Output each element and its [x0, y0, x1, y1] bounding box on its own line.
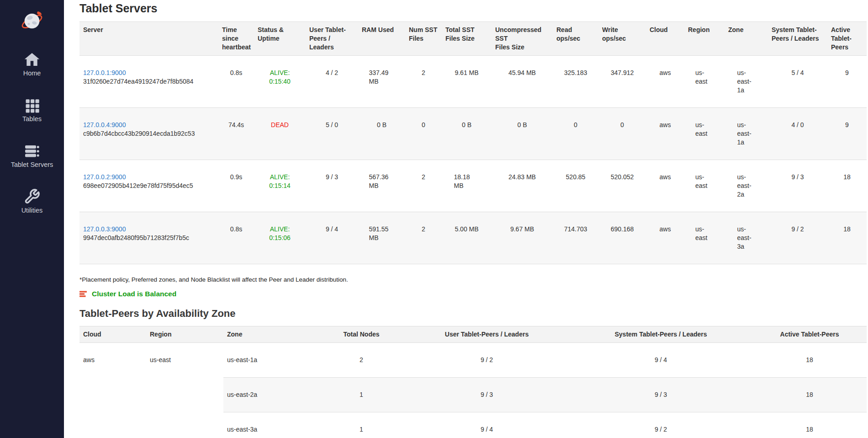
col-header-system-peers: System Tablet-Peers / Leaders [768, 22, 827, 56]
col-header-user-peers: User Tablet-Peers / Leaders [404, 326, 569, 343]
system-peers-cell: 5 / 4 [768, 56, 827, 108]
server-uuid: 9947dec0afb2480f95b71283f25f7b5c [83, 234, 215, 242]
sidebar-item-tables[interactable]: Tables [0, 97, 64, 123]
sidebar-item-tablet-servers[interactable]: Tablet Servers [0, 143, 64, 169]
region-value: us-east [695, 121, 714, 138]
col-header-active-peers: Active Tablet-Peers [752, 326, 867, 343]
sidebar-item-utilities[interactable]: Utilities [0, 188, 64, 214]
system-peers-cell: 9 / 3 [569, 378, 752, 412]
total-sst-cell: 0 B [442, 108, 492, 160]
col-header-cloud: Cloud [646, 22, 684, 56]
region-cell: us-east [684, 56, 725, 108]
server-address-link[interactable]: 127.0.0.4:9000 [83, 121, 126, 129]
uncompressed-sst-cell: 0 B [492, 108, 553, 160]
write-ops-cell: 690.168 [598, 212, 646, 264]
az-peers-table: Cloud Region Zone Total Nodes User Table… [79, 326, 867, 438]
read-ops-cell: 714.703 [553, 212, 598, 264]
server-address-link[interactable]: 127.0.0.2:9000 [83, 173, 126, 182]
server-address-link[interactable]: 127.0.0.3:9000 [83, 225, 126, 234]
load-balancer-icon [79, 291, 88, 297]
system-peers-cell: 9 / 2 [768, 212, 827, 264]
num-sst-cell: 0 [405, 108, 442, 160]
app-logo-icon[interactable] [19, 8, 45, 34]
total-sst-cell: 18.18 MB [442, 160, 492, 212]
col-header-zone: Zone [223, 326, 318, 343]
server-uuid: 31f0260e27d74ea4919247de7f8b5084 [83, 77, 215, 86]
cloud-cell: aws [646, 212, 684, 264]
ram-value: 0 B [377, 121, 386, 129]
sidebar-nav: Home Tables Tablet Servers [0, 51, 64, 234]
sidebar: Home Tables Tablet Servers [0, 0, 64, 438]
total-sst-value: 18.18 MB [454, 173, 480, 190]
uptime-text: 0:15:40 [258, 77, 302, 86]
total-sst-value: 9.61 MB [455, 69, 478, 77]
uncompressed-sst-cell: 45.94 MB [492, 56, 553, 108]
status-text: DEAD [258, 121, 302, 129]
system-peers-cell: 9 / 3 [768, 160, 827, 212]
status-text: ALIVE: [258, 173, 302, 182]
status-text: ALIVE: [258, 69, 302, 77]
num-sst-cell: 2 [405, 212, 442, 264]
sidebar-item-label: Home [23, 69, 41, 77]
total-sst-cell: 9.61 MB [442, 56, 492, 108]
zone-row: aws us-east us-east-1a 2 9 / 2 9 / 4 18 [79, 343, 867, 378]
home-icon [24, 51, 40, 68]
col-header-server: Server [79, 22, 218, 56]
total-nodes-cell: 1 [318, 412, 404, 438]
server-row: 127.0.0.1:9000 31f0260e27d74ea4919247de7… [79, 56, 867, 108]
col-header-total-nodes: Total Nodes [318, 326, 404, 343]
ram-value: 567.36 MB [369, 173, 395, 190]
status-cell: ALIVE: 0:15:14 [254, 160, 306, 212]
col-header-region: Region [146, 326, 223, 343]
col-header-system-peers: System Tablet-Peers / Leaders [569, 326, 752, 343]
total-sst-cell: 5.00 MB [442, 212, 492, 264]
system-peers-cell: 9 / 2 [569, 412, 752, 438]
active-peers-cell: 18 [827, 212, 867, 264]
server-uuid: c9b6b7d4cbcc43b290914ecda1b92c53 [83, 129, 215, 138]
ram-cell: 591.55 MB [358, 212, 405, 264]
zone-cell: us-east-1a [223, 343, 318, 378]
status-text: ALIVE: [258, 225, 302, 234]
server-uuid: 698ee072905b412e9e78fd75f95d4ec5 [83, 182, 215, 190]
user-peers-cell: 9 / 4 [404, 412, 569, 438]
region-cell: us-east [684, 160, 725, 212]
read-ops-cell: 0 [553, 108, 598, 160]
ram-cell: 567.36 MB [358, 160, 405, 212]
total-sst-value: 0 B [462, 121, 471, 129]
status-cell: ALIVE: 0:15:06 [254, 212, 306, 264]
uncompressed-sst-cell: 24.83 MB [492, 160, 553, 212]
server-row: 127.0.0.2:9000 698ee072905b412e9e78fd75f… [79, 160, 867, 212]
col-header-zone: Zone [725, 22, 768, 56]
sidebar-item-home[interactable]: Home [0, 51, 64, 77]
status-cell: ALIVE: 0:15:40 [254, 56, 306, 108]
write-ops-cell: 520.052 [598, 160, 646, 212]
active-peers-cell: 18 [752, 378, 867, 412]
uptime-text: 0:15:14 [258, 182, 302, 190]
col-header-cloud: Cloud [79, 326, 146, 343]
zone-cell: us-east-1a [725, 108, 768, 160]
cloud-cell: aws [646, 108, 684, 160]
write-ops-cell: 347.912 [598, 56, 646, 108]
active-peers-cell: 18 [752, 343, 867, 378]
zone-cell: us-east-3a [223, 412, 318, 438]
col-header-write-ops: Write ops/sec [598, 22, 646, 56]
ram-value: 591.55 MB [369, 225, 395, 242]
page-title: Tablet Servers [79, 1, 867, 15]
server-cell: 127.0.0.3:9000 9947dec0afb2480f95b71283f… [79, 212, 218, 264]
region-value: us-east [695, 173, 714, 190]
col-header-num-sst: Num SST Files [405, 22, 442, 56]
user-peers-cell: 9 / 4 [306, 212, 358, 264]
num-sst-cell: 2 [405, 56, 442, 108]
zone-cell: us-east-1a [725, 56, 768, 108]
server-address-link[interactable]: 127.0.0.1:9000 [83, 69, 126, 77]
user-peers-cell: 9 / 3 [404, 378, 569, 412]
server-row: 127.0.0.3:9000 9947dec0afb2480f95b71283f… [79, 212, 867, 264]
heartbeat-cell: 0.9s [218, 160, 254, 212]
active-peers-cell: 9 [827, 108, 867, 160]
main-content: Tablet Servers Server Time since heartbe… [64, 0, 868, 438]
write-ops-cell: 0 [598, 108, 646, 160]
col-header-region: Region [684, 22, 725, 56]
tablet-servers-table: Server Time since heartbeat Status & Upt… [79, 21, 867, 264]
ram-value: 337.49 MB [369, 69, 395, 86]
active-peers-cell: 9 [827, 56, 867, 108]
